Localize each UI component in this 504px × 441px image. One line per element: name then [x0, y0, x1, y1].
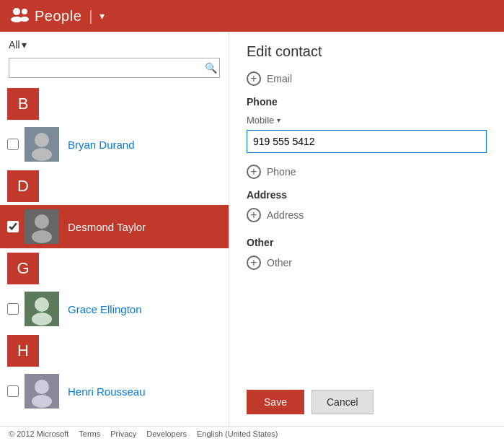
svg-point-3 [20, 17, 29, 22]
contact-checkbox-desmond[interactable] [7, 221, 19, 232]
add-phone-label: Phone [267, 166, 296, 178]
avatar-henri-rousseau [25, 374, 59, 409]
filter-label: All [9, 39, 20, 51]
add-phone-icon: + [247, 165, 261, 179]
contact-name-desmond-taylor: Desmond Taylor [68, 221, 146, 233]
add-email-icon: + [247, 71, 261, 86]
letter-header-d: D [7, 170, 39, 202]
letter-header-h: H [7, 335, 39, 367]
phone-type-chevron: ▾ [277, 116, 280, 124]
app-title: People [35, 8, 81, 25]
svg-point-14 [35, 380, 49, 394]
contact-item-bryan-durand[interactable]: Bryan Durand [0, 123, 229, 166]
svg-point-2 [22, 9, 27, 14]
cancel-button[interactable]: Cancel [311, 390, 373, 414]
footer-privacy[interactable]: Privacy [110, 429, 136, 438]
add-other-label: Other [267, 257, 292, 268]
add-email-row[interactable]: + Email [247, 71, 487, 86]
address-section: Address + Address [247, 189, 487, 232]
main-content: All▾ 🔍 B [0, 32, 504, 426]
svg-point-12 [32, 313, 52, 326]
svg-point-0 [13, 8, 20, 15]
app-header: People | ▾ [0, 0, 504, 32]
other-section: Other + Other [247, 237, 487, 280]
contact-checkbox-bryan[interactable] [7, 139, 19, 150]
footer: © 2012 Microsoft Terms Privacy Developer… [0, 426, 504, 441]
avatar-desmond-taylor [25, 209, 59, 244]
filter-all[interactable]: All▾ [9, 39, 27, 51]
avatar-grace-ellington [25, 292, 59, 326]
add-address-icon: + [247, 208, 261, 222]
search-wrapper: 🔍 [9, 58, 220, 78]
filter-bar: All▾ [0, 32, 229, 55]
phone-section-title: Phone [247, 96, 487, 108]
button-row: Save Cancel [247, 381, 487, 414]
footer-terms[interactable]: Terms [79, 429, 100, 438]
phone-section: Phone Mobile ▾ [247, 96, 487, 160]
footer-copyright: © 2012 Microsoft [9, 429, 68, 438]
contact-name-henri-rousseau: Henri Rousseau [68, 385, 146, 398]
footer-locale: English (United States) [197, 429, 278, 438]
avatar-bryan-durand [25, 127, 59, 162]
contact-name-grace-ellington: Grace Ellington [68, 303, 142, 315]
search-bar: 🔍 [0, 55, 229, 84]
add-other-icon: + [247, 256, 261, 270]
left-panel: All▾ 🔍 B [0, 32, 229, 426]
phone-type-row[interactable]: Mobile ▾ [247, 115, 487, 126]
svg-point-6 [32, 148, 52, 161]
svg-point-11 [35, 297, 49, 312]
add-address-row[interactable]: + Address [247, 208, 487, 222]
contact-list: B Bryan Durand D [0, 84, 229, 426]
phone-input[interactable] [247, 130, 487, 153]
right-panel: Edit contact + Email Phone Mobile ▾ + Ph… [229, 32, 504, 426]
add-email-label: Email [267, 73, 292, 84]
search-input[interactable] [9, 58, 220, 78]
add-other-row[interactable]: + Other [247, 256, 487, 270]
letter-header-b: B [7, 88, 39, 120]
search-button[interactable]: 🔍 [205, 62, 217, 74]
contact-name-bryan-durand: Bryan Durand [68, 139, 135, 151]
phone-type-label: Mobile [247, 115, 274, 126]
svg-point-8 [35, 214, 49, 229]
svg-point-15 [32, 395, 52, 408]
add-phone-row[interactable]: + Phone [247, 165, 487, 179]
search-icon: 🔍 [205, 62, 217, 74]
edit-contact-title: Edit contact [247, 43, 487, 60]
footer-developers[interactable]: Developers [146, 429, 187, 438]
add-address-label: Address [267, 209, 304, 221]
header-dropdown-arrow[interactable]: ▾ [100, 10, 105, 22]
contact-checkbox-henri[interactable] [7, 385, 19, 397]
svg-point-9 [32, 230, 52, 243]
contact-item-desmond-taylor[interactable]: Desmond Taylor [0, 205, 229, 248]
people-icon [10, 6, 29, 25]
contact-item-grace-ellington[interactable]: Grace Ellington [0, 287, 229, 331]
address-section-title: Address [247, 189, 487, 201]
filter-arrow: ▾ [22, 39, 27, 51]
svg-point-5 [35, 133, 49, 147]
header-separator: | [89, 8, 92, 25]
contact-item-henri-rousseau[interactable]: Henri Rousseau [0, 370, 229, 413]
letter-header-g: G [7, 253, 39, 284]
save-button[interactable]: Save [247, 390, 304, 414]
other-section-title: Other [247, 237, 487, 248]
contact-checkbox-grace[interactable] [7, 303, 19, 315]
